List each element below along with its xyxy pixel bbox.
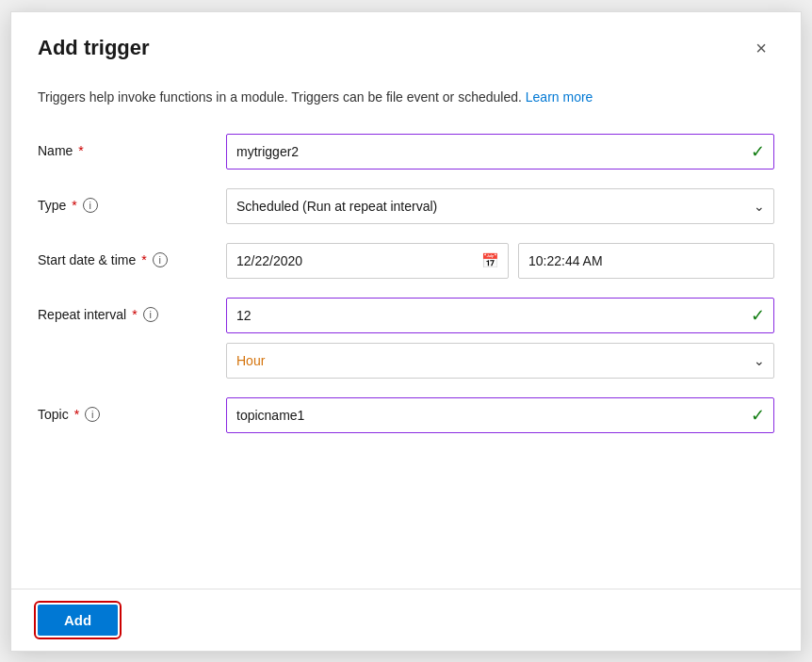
dialog-footer: Add [11, 589, 801, 651]
hour-select-wrap: Hour Minute Second Day ⌄ [226, 343, 774, 379]
dialog-body: Triggers help invoke functions in a modu… [11, 76, 801, 589]
name-label: Name * [38, 134, 226, 158]
type-info-icon: i [83, 198, 98, 213]
learn-more-link[interactable]: Learn more [526, 89, 593, 105]
hour-select[interactable]: Hour Minute Second Day [226, 343, 774, 379]
topic-info-icon: i [85, 407, 100, 422]
topic-field-wrap: ✓ [226, 397, 774, 433]
repeat-required: * [132, 307, 137, 322]
topic-check-icon: ✓ [751, 405, 765, 426]
topic-required: * [74, 407, 79, 422]
add-trigger-dialog: Add trigger × Triggers help invoke funct… [10, 11, 802, 652]
type-field-wrap: Scheduled (Run at repeat interval) File … [226, 188, 774, 224]
close-button[interactable]: × [748, 35, 774, 61]
dialog-header: Add trigger × [11, 12, 801, 76]
datetime-row: Start date & time * i 📅 [38, 243, 774, 279]
repeat-field-wrap: ✓ Hour Minute Second Day ⌄ [226, 298, 774, 379]
name-row: Name * ✓ [38, 134, 774, 170]
datetime-required: * [141, 252, 146, 267]
info-text: Triggers help invoke functions in a modu… [38, 88, 774, 107]
repeat-input-wrap: ✓ [226, 298, 774, 333]
topic-input[interactable] [226, 397, 774, 433]
name-check-icon: ✓ [751, 141, 765, 162]
type-select-wrap: Scheduled (Run at repeat interval) File … [226, 188, 774, 224]
datetime-info-icon: i [153, 252, 168, 267]
repeat-check-icon: ✓ [751, 305, 765, 326]
dialog-title: Add trigger [38, 36, 150, 60]
add-button[interactable]: Add [38, 605, 118, 636]
name-required: * [78, 143, 83, 158]
time-input[interactable] [518, 243, 774, 279]
type-select[interactable]: Scheduled (Run at repeat interval) File … [226, 188, 774, 224]
date-wrap: 📅 [226, 243, 509, 279]
type-required: * [72, 198, 76, 213]
date-input[interactable] [226, 243, 509, 279]
date-time-inputs: 📅 [226, 243, 774, 279]
name-input[interactable] [226, 134, 774, 170]
type-row: Type * i Scheduled (Run at repeat interv… [38, 188, 774, 224]
topic-row: Topic * i ✓ [38, 397, 774, 433]
repeat-info-icon: i [143, 307, 158, 322]
type-label: Type * i [38, 188, 226, 213]
datetime-label: Start date & time * i [38, 243, 226, 267]
datetime-field-wrap: 📅 [226, 243, 774, 279]
repeat-label: Repeat interval * i [38, 298, 226, 322]
name-field-wrap: ✓ [226, 134, 774, 170]
repeat-row: Repeat interval * i ✓ Hour Minute Second… [38, 298, 774, 379]
repeat-input[interactable] [226, 298, 774, 333]
topic-label: Topic * i [38, 397, 226, 422]
